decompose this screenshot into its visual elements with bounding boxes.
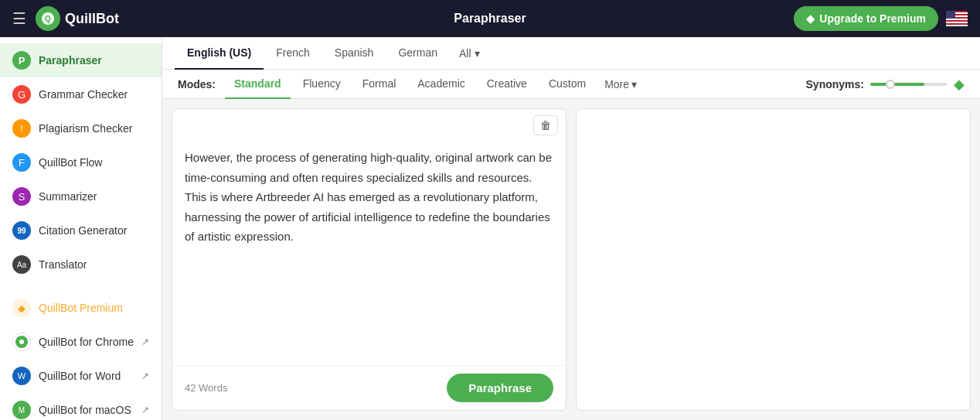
output-pane [576,108,971,411]
sidebar-label-grammar: Grammar Checker [39,88,128,101]
input-pane: 🗑 However, the process of generating hig… [172,108,567,411]
input-toolbar: 🗑 [172,109,566,142]
sidebar-item-plagiarism[interactable]: ! Plagiarism Checker [0,111,162,145]
sidebar-item-word[interactable]: W QuillBot for Word ↗ [0,359,162,393]
lang-tab-spanish[interactable]: Spanish [322,37,386,70]
sidebar-item-chrome-content: QuillBot for Chrome ↗ [39,336,149,348]
delete-button[interactable]: 🗑 [533,115,558,135]
sidebar-label-paraphraser: Paraphraser [39,54,102,67]
us-flag-svg [946,11,968,26]
external-link-macos-icon: ↗ [141,405,149,415]
sidebar-item-summarizer[interactable]: S Summarizer [0,179,162,213]
summarizer-icon: S [12,187,31,206]
topbar-title: Paraphraser [454,12,526,26]
logo[interactable]: Q QuillBot [36,6,119,31]
quillbot-svg: Q [40,11,56,26]
svg-rect-6 [946,22,968,23]
logo-text: QuillBot [65,11,119,27]
svg-point-10 [19,340,24,344]
sidebar-item-chrome[interactable]: QuillBot for Chrome ↗ [0,325,162,359]
mode-more-dropdown[interactable]: More ▾ [598,70,643,98]
svg-text:Q: Q [45,15,51,23]
sidebar-label-translator: Translator [39,258,87,271]
main-layout: P Paraphraser G Grammar Checker ! Plagia… [0,37,980,420]
sidebar-item-grammar[interactable]: G Grammar Checker [0,77,162,111]
content-area: English (US) French Spanish German All ▾… [162,37,980,420]
sidebar-label-flow: QuillBot Flow [39,156,102,169]
sidebar-item-premium[interactable]: ◆ QuillBot Premium [0,291,162,325]
upgrade-button[interactable]: ◆ Upgrade to Premium [794,6,938,31]
lang-all-dropdown[interactable]: All ▾ [450,38,489,69]
slider-fill [870,83,924,86]
input-footer: 42 Words Paraphrase [172,365,566,410]
sidebar-label-summarizer: Summarizer [39,190,97,203]
synonyms-area: Synonyms: ◆ [800,76,971,93]
topbar-right: ◆ Upgrade to Premium [794,6,968,31]
sidebar-item-flow[interactable]: F QuillBot Flow [0,145,162,179]
plagiarism-icon: ! [12,119,31,138]
modes-label: Modes: [172,70,222,98]
lang-tab-english[interactable]: English (US) [175,37,264,70]
sidebar-item-word-content: QuillBot for Word ↗ [39,370,149,382]
more-chevron: ▾ [631,78,637,90]
sidebar-label-macos: QuillBot for macOS [39,404,131,416]
citation-icon: 99 [12,221,31,240]
svg-rect-7 [946,25,968,26]
sidebar: P Paraphraser G Grammar Checker ! Plagia… [0,37,162,420]
premium-icon: ◆ [12,299,31,317]
mode-tab-academic[interactable]: Academic [408,70,474,99]
mode-tab-standard[interactable]: Standard [225,70,291,99]
macos-icon: M [12,401,31,419]
mode-tab-fluency[interactable]: Fluency [294,70,350,99]
sidebar-item-macos-content: QuillBot for macOS ↗ [39,404,149,416]
sidebar-item-paraphraser[interactable]: P Paraphraser [0,43,162,77]
sidebar-item-citation[interactable]: 99 Citation Generator [0,213,162,248]
upgrade-label: Upgrade to Premium [819,12,926,25]
word-count: 42 Words [185,382,227,394]
svg-rect-5 [946,19,968,20]
sidebar-label-citation: Citation Generator [39,224,127,237]
word-icon: W [12,367,31,385]
flag-icon[interactable] [946,11,968,26]
lang-all-label: All [459,47,471,60]
chrome-icon [12,333,31,351]
mode-tab-formal[interactable]: Formal [353,70,406,99]
translator-icon: Aa [12,255,31,274]
sidebar-label-plagiarism: Plagiarism Checker [39,122,132,135]
topbar: ☰ Q QuillBot Paraphraser ◆ Upgrade to Pr… [0,0,980,37]
language-tabs: English (US) French Spanish German All ▾ [162,37,980,70]
slider-thumb [886,80,895,89]
sidebar-item-macos[interactable]: M QuillBot for macOS ↗ [0,393,162,420]
sidebar-item-translator[interactable]: Aa Translator [0,248,162,282]
mode-bar: Modes: Standard Fluency Formal Academic … [162,70,980,99]
synonyms-diamond-icon: ◆ [954,76,965,93]
mode-tab-creative[interactable]: Creative [478,70,536,99]
external-link-icon: ↗ [141,336,149,347]
input-text[interactable]: However, the process of generating high-… [172,142,566,365]
mode-tab-custom[interactable]: Custom [539,70,595,99]
synonyms-label: Synonyms: [806,78,864,90]
output-text [577,109,970,410]
topbar-left: ☰ Q QuillBot [12,6,119,31]
paraphrase-button[interactable]: Paraphrase [447,374,553,402]
svg-rect-8 [946,11,955,19]
hamburger-icon[interactable]: ☰ [12,9,26,28]
sidebar-label-word: QuillBot for Word [39,370,121,382]
synonyms-slider[interactable] [870,83,948,86]
lang-tab-french[interactable]: French [264,37,322,70]
paraphraser-icon: P [12,51,31,70]
sidebar-label-premium: QuillBot Premium [39,302,123,314]
flow-icon: F [12,153,31,172]
upgrade-diamond-icon: ◆ [806,12,815,25]
more-label: More [604,78,629,90]
lang-all-chevron: ▾ [475,47,480,60]
lang-tab-german[interactable]: German [386,37,450,70]
logo-icon: Q [36,6,60,31]
editor-area: 🗑 However, the process of generating hig… [162,99,980,420]
external-link-word-icon: ↗ [141,370,149,381]
sidebar-label-chrome: QuillBot for Chrome [39,336,134,348]
grammar-icon: G [12,85,31,104]
